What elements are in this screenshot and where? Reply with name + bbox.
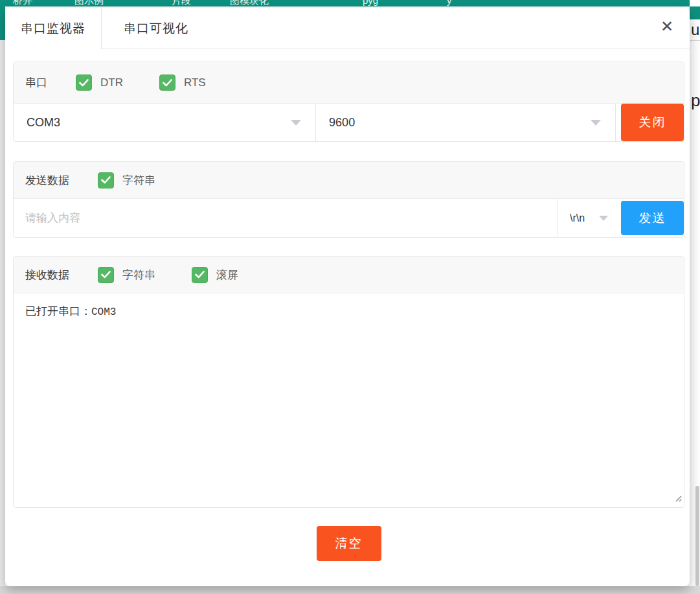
chevron-down-icon: [291, 120, 301, 126]
check-icon: [195, 271, 205, 279]
rts-label: RTS: [184, 76, 206, 89]
clipped-background-text: u: [691, 21, 699, 39]
clipped-menu-text: 图示例: [74, 0, 104, 6]
background-scrollbar[interactable]: [695, 486, 699, 586]
clipped-menu-text: 图模块化: [230, 0, 269, 6]
clipped-menu-text: 桥井: [13, 0, 32, 6]
send-data-title: 发送数据: [25, 173, 69, 188]
send-row: \r\n 发送: [14, 199, 684, 237]
backdrop-right-teal: [690, 6, 700, 19]
check-icon: [101, 271, 111, 279]
dtr-checkbox[interactable]: [76, 74, 92, 91]
app-header-bar: 桥井 图示例 片段 图模块化 pyg y: [0, 0, 700, 6]
tab-label: 串口监视器: [21, 20, 85, 37]
tab-serial-visualization[interactable]: 串口可视化: [102, 8, 210, 49]
serial-port-row: COM3 9600 关闭: [14, 104, 684, 141]
rts-checkbox[interactable]: [159, 74, 175, 91]
serial-output-prefix: 已打开串口：: [25, 305, 91, 317]
check-icon: [79, 79, 89, 87]
send-data-panel-header: 发送数据 字符串: [14, 162, 684, 199]
dialog-content: 串口 DTR RTS COM3: [5, 49, 690, 561]
send-string-checkbox[interactable]: [98, 172, 114, 188]
check-icon: [101, 176, 111, 184]
serial-port-panel: 串口 DTR RTS COM3: [13, 62, 684, 142]
port-select[interactable]: COM3: [14, 104, 316, 141]
receive-data-title: 接收数据: [25, 268, 69, 282]
backdrop-bottom-gray: [0, 586, 700, 594]
line-ending-value: \r\n: [558, 212, 585, 224]
spacer: [616, 199, 621, 237]
clipped-menu-text: pyg: [363, 0, 378, 6]
line-ending-select[interactable]: \r\n: [558, 199, 616, 237]
chevron-down-icon: [599, 216, 608, 221]
backdrop-divider-line: [690, 40, 700, 41]
clipped-menu-text: 片段: [172, 0, 191, 6]
serial-port-title: 串口: [25, 75, 47, 90]
clear-button[interactable]: 清空: [317, 526, 381, 561]
chevron-down-icon: [591, 120, 601, 126]
receive-string-checkbox[interactable]: [98, 267, 114, 283]
close-port-button[interactable]: 关闭: [621, 104, 684, 141]
serial-output-value: COM3: [91, 306, 116, 318]
check-icon: [163, 79, 172, 87]
backdrop-left-gray: [0, 40, 5, 586]
dialog-tabbar: 串口监视器 串口可视化 ✕: [5, 8, 690, 49]
receive-string-label: 字符串: [122, 268, 155, 282]
tab-label: 串口可视化: [124, 20, 188, 37]
autoscroll-checkbox[interactable]: [192, 267, 208, 283]
baud-select[interactable]: 9600: [316, 104, 616, 141]
tab-serial-monitor[interactable]: 串口监视器: [5, 8, 102, 49]
send-input[interactable]: [14, 199, 558, 237]
close-icon[interactable]: ✕: [657, 17, 677, 36]
backdrop-right-strip: u p: [690, 0, 700, 594]
clear-button-row: 清空: [13, 526, 684, 561]
send-button[interactable]: 发送: [621, 201, 684, 235]
dtr-label: DTR: [100, 76, 123, 89]
spacer: [616, 104, 621, 141]
autoscroll-label: 滚屏: [216, 268, 238, 282]
baud-select-value: 9600: [316, 116, 355, 130]
port-select-value: COM3: [14, 116, 60, 130]
clipped-background-text: p: [691, 91, 700, 111]
serial-monitor-dialog: 串口监视器 串口可视化 ✕ 串口 DTR RTS: [5, 8, 690, 586]
send-data-panel: 发送数据 字符串 \r\n 发送: [13, 161, 684, 238]
send-string-label: 字符串: [122, 173, 155, 188]
receive-data-panel-header: 接收数据 字符串 滚屏: [14, 257, 684, 293]
backdrop-left-teal: [0, 0, 5, 40]
resize-handle-icon[interactable]: [675, 492, 682, 505]
receive-data-panel: 接收数据 字符串 滚屏 已打开串口：COM3: [13, 256, 684, 508]
clipped-menu-text: y: [447, 0, 452, 6]
serial-output-area[interactable]: 已打开串口：COM3: [14, 293, 684, 507]
serial-port-panel-header: 串口 DTR RTS: [14, 62, 684, 104]
